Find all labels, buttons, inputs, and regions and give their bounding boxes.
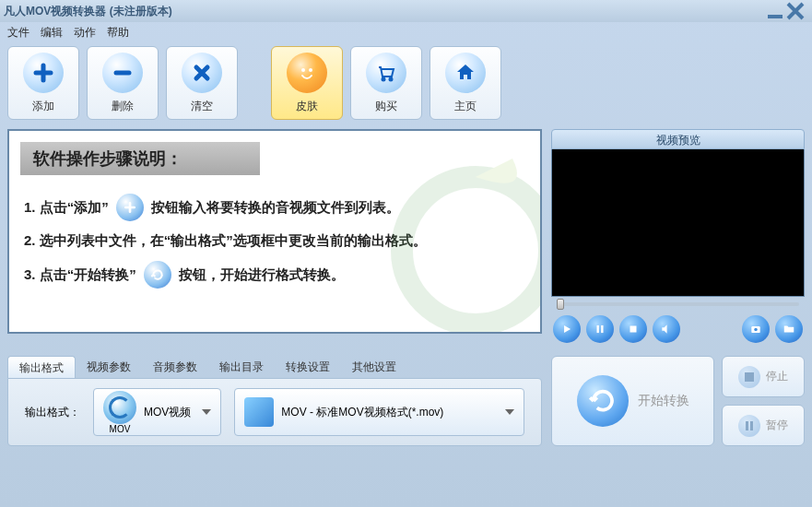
open-folder-button[interactable] (775, 315, 803, 343)
output-format-label: 输出格式： (25, 405, 80, 420)
stop-button[interactable] (619, 315, 647, 343)
plus-icon (23, 53, 64, 93)
svg-rect-8 (630, 326, 637, 333)
svg-point-2 (309, 68, 312, 72)
buy-button[interactable]: 购买 (350, 46, 422, 120)
skin-button[interactable]: 皮肤 (271, 46, 343, 120)
app-title: 凡人MOV视频转换器 (未注册版本) (4, 4, 172, 19)
convert-icon (577, 375, 629, 427)
x-icon (182, 53, 222, 93)
video-preview (551, 149, 805, 297)
volume-button[interactable] (653, 315, 680, 343)
minus-icon (102, 53, 143, 93)
home-button[interactable]: 主页 (430, 46, 501, 120)
svg-point-3 (382, 77, 385, 80)
svg-rect-11 (745, 372, 754, 382)
menu-file[interactable]: 文件 (7, 25, 29, 41)
svg-rect-12 (746, 421, 748, 430)
pause-convert-button[interactable]: 暂停 (722, 405, 805, 446)
stop-icon (738, 366, 760, 388)
refresh-icon (144, 261, 171, 289)
instructions-heading: 软件操作步骤说明： (20, 142, 260, 175)
format-cube-icon (244, 397, 274, 427)
svg-rect-7 (601, 325, 603, 333)
menu-bar: 文件 编辑 动作 帮助 (0, 22, 812, 42)
remove-button[interactable]: 删除 (87, 46, 159, 120)
start-convert-button[interactable]: 开始转换 (551, 356, 714, 446)
tab-output-dir[interactable]: 输出目录 (208, 356, 275, 378)
svg-rect-6 (597, 325, 599, 333)
minimize-button[interactable] (766, 4, 784, 18)
add-button[interactable]: 添加 (7, 46, 79, 120)
settings-tabs: 输出格式 视频参数 音频参数 输出目录 转换设置 其他设置 (7, 356, 542, 378)
menu-edit[interactable]: 编辑 (41, 25, 63, 41)
svg-rect-0 (768, 15, 783, 18)
menu-action[interactable]: 动作 (74, 25, 96, 41)
seek-slider[interactable] (551, 297, 805, 312)
tab-output-format[interactable]: 输出格式 (7, 356, 76, 378)
instructions-panel: 软件操作步骤说明： 1. 点击“添加” 按钮输入将要转换的音视频文件到列表。 2… (7, 129, 542, 334)
close-button[interactable] (786, 4, 805, 18)
format-preset-dropdown[interactable]: MOV - 标准MOV视频格式(*.mov) (234, 388, 524, 436)
pause-button[interactable] (586, 315, 614, 343)
format-category-dropdown[interactable]: MOV MOV视频 (93, 388, 221, 436)
clear-button[interactable]: 清空 (166, 46, 238, 120)
tab-other-settings[interactable]: 其他设置 (341, 356, 407, 378)
smiley-icon (287, 53, 327, 93)
stop-convert-button[interactable]: 停止 (722, 356, 805, 397)
tab-audio-params[interactable]: 音频参数 (142, 356, 208, 378)
home-icon (445, 53, 486, 93)
cart-icon (366, 53, 406, 93)
menu-help[interactable]: 帮助 (107, 25, 129, 41)
svg-rect-13 (750, 421, 753, 430)
svg-point-1 (301, 68, 305, 72)
snapshot-button[interactable] (742, 315, 770, 343)
svg-point-5 (402, 177, 542, 324)
tab-video-params[interactable]: 视频参数 (76, 356, 142, 378)
decorative-swirl (383, 159, 542, 334)
play-button[interactable] (553, 315, 581, 343)
svg-point-10 (754, 328, 758, 332)
tab-convert-settings[interactable]: 转换设置 (275, 356, 341, 378)
svg-point-4 (390, 77, 393, 80)
plus-icon (116, 194, 144, 221)
preview-title: 视频预览 (551, 129, 805, 149)
quicktime-icon (103, 391, 136, 424)
pause-icon (738, 415, 760, 437)
chevron-down-icon (505, 409, 514, 415)
chevron-down-icon (202, 409, 211, 415)
